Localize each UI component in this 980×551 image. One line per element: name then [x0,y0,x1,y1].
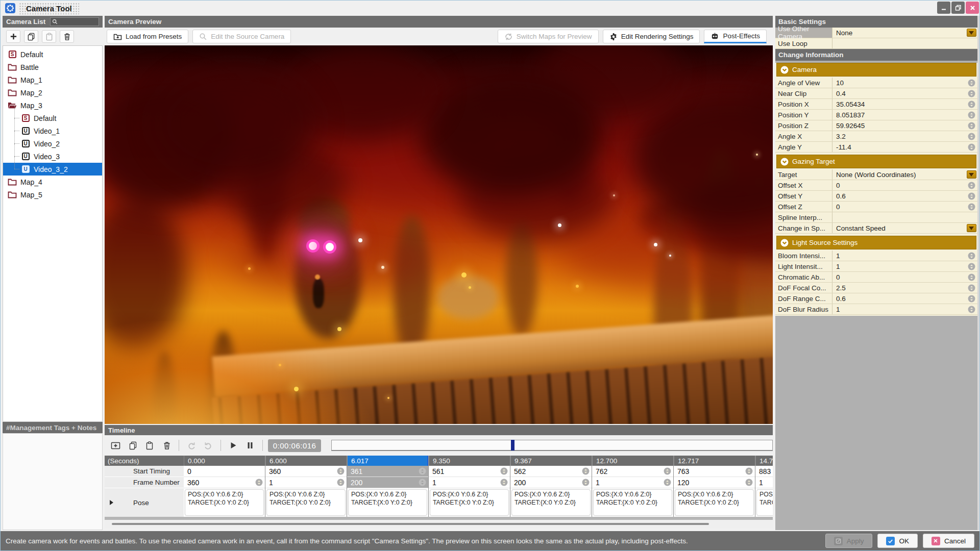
add-button[interactable] [6,30,20,43]
spinner-icon[interactable] [419,467,426,475]
setting-value[interactable]: 1 [832,261,965,271]
setting-value[interactable]: 1 [832,304,965,314]
section-header-gazing-target[interactable]: Gazing Target [776,155,976,168]
spinner-icon[interactable] [968,295,975,303]
spinner-icon[interactable] [968,182,975,189]
spinner-icon[interactable] [968,192,975,200]
pose-cell[interactable]: POS:{X:0 Y:0.6 Z:0} TARGET:{X:0 Y:0 Z:0} [185,489,264,516]
spinner-icon[interactable] [968,122,975,130]
spinner-icon[interactable] [500,479,508,486]
tree-item-battle[interactable]: Battle [3,61,102,73]
spinner-icon[interactable] [419,479,426,486]
spinner-icon[interactable] [968,306,975,313]
spinner-icon[interactable] [968,111,975,119]
dropdown-icon[interactable] [967,29,976,37]
undo-button[interactable] [202,439,215,452]
settings-vscrollbar[interactable] [977,16,980,530]
pose-cell[interactable]: POS:{X:0 Y:0.6 Z:0} TARGET:{X:0 Y:0 Z:0} [756,489,773,516]
setting-value[interactable]: 0.6 [832,293,965,304]
timeline-hscrollbar[interactable] [105,520,773,528]
frame-number-cell[interactable]: 1 [592,477,673,488]
setting-value[interactable]: None (World Coordinates) [832,169,965,180]
pose-cell[interactable]: POS:{X:0 Y:0.6 Z:0} TARGET:{X:0 Y:0 Z:0} [266,489,346,516]
setting-value[interactable] [832,212,977,222]
setting-value[interactable]: None [832,28,965,38]
frame-number-cell[interactable]: 200 [347,477,428,488]
spinner-icon[interactable] [745,479,753,486]
setting-value[interactable]: 3.2 [832,131,965,141]
tree-item-video_3_2[interactable]: U Video_3_2 [3,163,102,176]
section-header-camera[interactable]: Camera [776,63,976,77]
start-timing-cell[interactable]: 561 [429,466,510,477]
start-timing-cell[interactable]: 763 [674,466,755,477]
spinner-icon[interactable] [255,479,263,486]
timeline-column-seconds[interactable]: 9.367 [510,456,592,466]
paste-keyframe-button[interactable] [143,439,157,452]
timeline-column-seconds[interactable]: 14.717 [755,456,773,466]
dropdown-icon[interactable] [967,224,976,232]
pose-cell[interactable]: POS:{X:0 Y:0.6 Z:0} TARGET:{X:0 Y:0 Z:0} [675,489,754,516]
restore-button[interactable] [951,2,965,14]
tree-item-map_3[interactable]: Map_3 [3,99,102,112]
chevron-down-icon[interactable] [780,239,789,247]
tree-item-map_1[interactable]: Map_1 [3,73,102,86]
spinner-icon[interactable] [968,263,975,270]
chevron-down-icon[interactable] [780,66,789,74]
spinner-icon[interactable] [968,273,975,281]
setting-value[interactable]: 0 [832,202,965,212]
spinner-icon[interactable] [968,203,975,211]
switch-maps-for-preview-button[interactable]: Switch Maps for Preview [498,30,599,43]
spinner-icon[interactable] [337,479,345,486]
start-timing-cell[interactable]: 360 [265,466,347,477]
paste-button[interactable] [42,30,56,43]
spinner-icon[interactable] [968,133,975,140]
setting-value[interactable]: 35.05434 [832,99,965,109]
edit-source-camera-button[interactable]: Edit the Source Camera [192,30,291,43]
section-header-light-source-settings[interactable]: Light Source Settings [776,236,976,249]
setting-value[interactable]: 8.051837 [832,110,965,120]
pose-cell[interactable]: POS:{X:0 Y:0.6 Z:0} TARGET:{X:0 Y:0 Z:0} [593,489,672,516]
setting-value[interactable]: 1 [832,251,965,261]
setting-value[interactable]: 0.6 [832,191,965,201]
tree-item-default[interactable]: S Default [3,48,102,61]
setting-value[interactable]: Constant Speed [832,223,965,233]
spinner-icon[interactable] [968,79,975,87]
pose-cell[interactable]: POS:{X:0 Y:0.6 Z:0} TARGET:{X:0 Y:0 Z:0} [348,489,427,516]
tree-item-video_1[interactable]: U Video_1 [3,124,102,137]
timeline-column-seconds[interactable]: 6.017 [347,456,428,466]
frame-number-cell[interactable]: 1 [429,477,510,488]
add-keyframe-button[interactable] [109,439,122,452]
spinner-icon[interactable] [968,90,975,97]
spinner-icon[interactable] [582,479,590,486]
tree-item-map_4[interactable]: Map_4 [3,176,102,188]
tree-item-video_2[interactable]: U Video_2 [3,137,102,150]
setting-value[interactable] [832,38,977,48]
setting-value[interactable]: 0 [832,180,965,190]
pose-cell[interactable]: POS:{X:0 Y:0.6 Z:0} TARGET:{X:0 Y:0 Z:0} [511,489,591,516]
timeline-column-seconds[interactable]: 12.700 [592,456,673,466]
setting-value[interactable]: 10 [832,78,965,88]
spinner-icon[interactable] [745,467,753,475]
spinner-icon[interactable] [500,467,508,475]
timeline-column-seconds[interactable]: 6.000 [265,456,347,466]
ok-button[interactable]: OK [877,534,918,548]
setting-value[interactable]: -11.4 [832,142,965,152]
edit-rendering-settings-button[interactable]: Edit Rendering Settings [603,30,700,43]
dropdown-icon[interactable] [967,170,976,179]
close-button[interactable] [966,2,979,14]
spinner-icon[interactable] [664,479,671,486]
frame-number-cell[interactable]: 200 [510,477,592,488]
duplicate-button[interactable] [24,30,38,43]
playhead[interactable] [511,440,514,450]
play-button[interactable] [226,439,240,452]
setting-value[interactable]: 0.4 [832,88,965,98]
tree-item-default[interactable]: S Default [3,112,102,124]
pause-button[interactable] [243,439,257,452]
redo-button[interactable] [184,439,198,452]
spinner-icon[interactable] [968,284,975,292]
start-timing-cell[interactable]: 762 [592,466,673,477]
tree-item-map_5[interactable]: Map_5 [3,188,102,201]
frame-number-cell[interactable]: 1 [755,477,773,488]
setting-value[interactable]: 59.92645 [832,120,965,131]
spinner-icon[interactable] [968,101,975,108]
